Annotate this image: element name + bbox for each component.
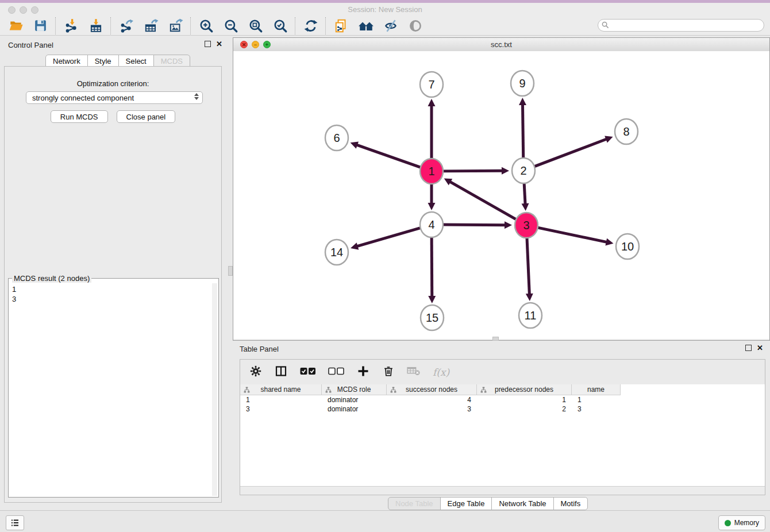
delete-column-button[interactable] <box>382 364 395 380</box>
import-network-button[interactable] <box>59 17 83 34</box>
graph-edge-3-10[interactable] <box>538 228 607 242</box>
optimization-criterion-label: Optimization criterion: <box>5 79 221 88</box>
toolbar-separator <box>110 17 111 34</box>
graph-edge-2-3[interactable] <box>524 182 525 205</box>
table-cell[interactable]: 1 <box>477 395 572 404</box>
result-scrollbar[interactable] <box>212 283 217 496</box>
export-image-icon <box>168 18 183 33</box>
table-cell[interactable]: 1 <box>240 395 322 404</box>
column-header-MCDS-role[interactable]: MCDS role <box>322 384 387 395</box>
graph-arrowhead <box>428 296 436 303</box>
home-neighbors-button[interactable] <box>353 17 378 34</box>
table-cell[interactable]: dominator <box>322 395 387 404</box>
tab-network[interactable]: Network <box>45 55 88 67</box>
network-graph[interactable]: 7968124314101511 <box>233 51 769 340</box>
export-network-icon <box>119 18 134 33</box>
float-panel-icon[interactable] <box>205 41 211 47</box>
zoom-in-button[interactable] <box>194 17 218 34</box>
graph-edge-1-2[interactable] <box>443 171 503 171</box>
import-table-button[interactable] <box>83 17 108 34</box>
table-hscrollbar[interactable] <box>240 486 765 495</box>
tab-select[interactable]: Select <box>118 55 154 67</box>
table-cell[interactable]: dominator <box>322 404 387 414</box>
criterion-select[interactable]: strongly connected component <box>26 91 203 104</box>
graph-edge-4-15[interactable] <box>432 236 432 297</box>
search-input[interactable] <box>598 19 764 32</box>
create-column-button[interactable] <box>356 364 370 380</box>
close-panel-icon[interactable]: ✕ <box>216 41 222 47</box>
column-header-successor-nodes[interactable]: successor nodes <box>387 384 477 395</box>
select-all-columns-button[interactable] <box>300 367 316 377</box>
tab-node-table[interactable]: Node Table <box>388 497 441 510</box>
table-cell[interactable]: 1 <box>572 395 621 404</box>
open-file-button[interactable] <box>3 17 28 34</box>
function-builder-button[interactable]: f(x) <box>433 367 449 378</box>
graph-edge-2-8[interactable] <box>534 139 607 167</box>
horizontal-splitter-grip[interactable] <box>492 337 499 341</box>
table-cell[interactable]: 2 <box>477 404 572 414</box>
app-title: Session: New Session <box>0 5 770 14</box>
crossed-eye-icon <box>383 18 398 33</box>
show-columns-button[interactable] <box>274 364 288 380</box>
graph-node-label: 10 <box>621 240 634 253</box>
close-panel-button[interactable]: Close panel <box>117 110 176 123</box>
export-network-button[interactable] <box>114 17 138 34</box>
delete-table-button[interactable] <box>407 365 421 379</box>
column-header-name[interactable]: name <box>572 384 621 395</box>
save-session-button[interactable] <box>28 17 53 34</box>
memory-status-icon <box>725 520 731 526</box>
copy-network-button[interactable] <box>329 17 353 34</box>
task-history-button[interactable] <box>6 515 24 530</box>
mcds-result-text[interactable]: 1 3 <box>10 283 211 496</box>
graph-edge-2-9[interactable] <box>522 104 523 159</box>
table-cell[interactable]: 3 <box>240 404 322 414</box>
table-row[interactable]: 1dominator411 <box>240 395 765 404</box>
graph-edge-3-11[interactable] <box>527 237 530 295</box>
table-toolbar: f(x) <box>240 360 765 385</box>
export-table-button[interactable] <box>138 17 163 34</box>
table-header-row: shared nameMCDS rolesuccessor nodesprede… <box>240 384 765 395</box>
graph-edge-3-1[interactable] <box>449 182 516 219</box>
float-panel-icon[interactable] <box>745 345 752 351</box>
column-header-shared-name[interactable]: shared name <box>240 384 322 395</box>
vizmapper-button[interactable] <box>378 17 403 34</box>
tab-motifs[interactable]: Motifs <box>553 497 588 510</box>
tab-style[interactable]: Style <box>87 55 119 67</box>
graph-edge-4-3[interactable] <box>443 225 506 225</box>
zoom-selected-button[interactable] <box>268 17 292 34</box>
control-panel-title: Control Panel <box>8 41 53 49</box>
table-row[interactable]: 3dominator323 <box>240 404 765 414</box>
tab-network-table[interactable]: Network Table <box>491 497 553 510</box>
network-window-titlebar[interactable]: ✕ − + scc.txt <box>233 38 769 52</box>
checked-boxes-icon <box>300 367 316 375</box>
close-panel-icon[interactable]: ✕ <box>757 345 763 351</box>
tab-mcds[interactable]: MCDS <box>153 55 190 67</box>
table-panel: Table Panel ✕ <box>233 342 770 507</box>
zoom-out-button[interactable] <box>218 17 243 34</box>
table-cell[interactable]: 4 <box>387 395 477 404</box>
network-canvas[interactable]: 7968124314101511 <box>233 51 769 339</box>
graph-edge-4-14[interactable] <box>357 228 421 246</box>
run-mcds-button[interactable]: Run MCDS <box>51 110 108 123</box>
save-floppy-icon <box>33 18 48 33</box>
import-table-icon <box>88 18 103 33</box>
deselect-all-columns-button[interactable] <box>328 367 344 377</box>
graphics-details-button[interactable] <box>403 17 428 34</box>
graph-edge-1-6[interactable] <box>356 145 421 167</box>
graph-arrowhead <box>605 238 613 246</box>
tab-edge-table[interactable]: Edge Table <box>440 497 492 510</box>
documents-network-icon <box>334 18 349 33</box>
zoom-out-icon <box>224 18 238 33</box>
zoom-fit-button[interactable] <box>243 17 268 34</box>
graph-node-label: 3 <box>523 219 529 232</box>
mcds-panel-body: Optimization criterion: strongly connect… <box>4 66 222 503</box>
export-image-button[interactable] <box>163 17 188 34</box>
column-header-label: successor nodes <box>406 385 457 394</box>
table-mode-gear-button[interactable] <box>249 365 262 380</box>
table-cell[interactable]: 3 <box>572 404 621 414</box>
vertical-splitter-grip[interactable] <box>228 266 233 276</box>
table-cell[interactable]: 3 <box>387 404 477 414</box>
column-header-predecessor-nodes[interactable]: predecessor nodes <box>477 384 572 395</box>
memory-button[interactable]: Memory <box>718 515 765 530</box>
apply-layout-button[interactable] <box>298 17 323 34</box>
